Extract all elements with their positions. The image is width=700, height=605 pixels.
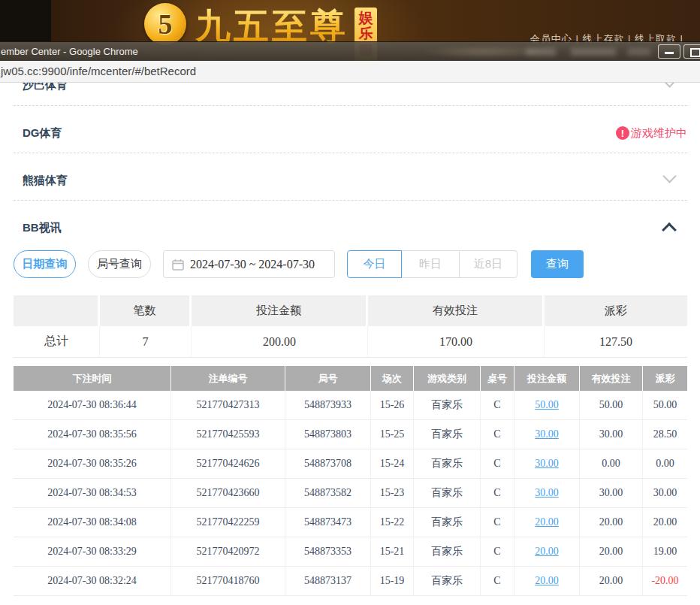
bet-cell: 50.00 bbox=[514, 391, 580, 419]
summary-cell: 170.00 bbox=[368, 326, 545, 357]
bet-cell: 百家乐 bbox=[414, 391, 481, 419]
last8days-button[interactable]: 近8日 bbox=[459, 250, 517, 278]
bet-cell: 20.00 bbox=[580, 537, 643, 566]
accordion-label: BB视讯 bbox=[23, 221, 62, 235]
bet-row: 2024-07-30 08:33:29521770420972548873353… bbox=[14, 537, 687, 567]
bet-cell: 2024-07-30 08:34:53 bbox=[14, 479, 171, 507]
bet-cell: 2024-07-30 08:35:26 bbox=[14, 449, 171, 478]
round-query-tab[interactable]: 局号查询 bbox=[88, 250, 151, 278]
bet-column-header: 注单编号 bbox=[171, 366, 285, 391]
bet-cell: 百家乐 bbox=[414, 508, 481, 537]
date-range-input[interactable]: 2024-07-30 ~ 2024-07-30 bbox=[163, 250, 335, 278]
bet-cell: 15-21 bbox=[371, 537, 414, 566]
today-button[interactable]: 今日 bbox=[347, 250, 402, 278]
bet-cell: 15-26 bbox=[371, 391, 414, 419]
blurred-nav-item bbox=[571, 48, 616, 56]
bet-row: 2024-07-30 08:32:24521770418760548873137… bbox=[14, 567, 687, 596]
bet-amount-link[interactable]: 50.00 bbox=[535, 399, 559, 411]
bet-amount-link[interactable]: 30.00 bbox=[535, 428, 559, 440]
summary-header-cell: 有效投注 bbox=[368, 295, 545, 326]
page-content: 沙巴体育 DG体育 ! 游戏维护中 熊猫体育 BB视讯 日期查询 局号查询 20… bbox=[0, 61, 700, 605]
bet-table-header: 下注时间注单编号局号场次游戏类别桌号投注金额有效投注派彩 bbox=[14, 366, 687, 391]
bet-column-header: 场次 bbox=[371, 366, 414, 391]
bet-cell: 20.00 bbox=[580, 567, 643, 595]
bet-cell: C bbox=[481, 391, 514, 419]
address-bar[interactable]: jw05.cc:9900/infe/mcenter/#/betRecord bbox=[0, 61, 700, 83]
bet-cell: 15-25 bbox=[371, 420, 414, 449]
date-query-tab[interactable]: 日期查询 bbox=[14, 250, 76, 278]
bet-table-body: 2024-07-30 08:36:44521770427313548873933… bbox=[14, 391, 687, 596]
chevron-down-icon bbox=[662, 169, 676, 183]
bet-cell: 15-24 bbox=[371, 449, 414, 478]
maintenance-text: 游戏维护中 bbox=[631, 126, 687, 141]
bet-column-header: 游戏类别 bbox=[414, 366, 481, 391]
summary-header-cell: 派彩 bbox=[545, 295, 687, 326]
bet-amount-link[interactable]: 20.00 bbox=[535, 516, 559, 528]
minimize-button[interactable] bbox=[658, 44, 680, 59]
bet-cell: 百家乐 bbox=[414, 420, 481, 449]
logo-number: 5 bbox=[158, 8, 173, 41]
bet-cell: 548873582 bbox=[285, 479, 371, 507]
bet-cell: 30.00 bbox=[514, 420, 580, 449]
bet-cell: 20.00 bbox=[514, 508, 580, 537]
bet-cell: 521770418760 bbox=[171, 567, 285, 595]
summary-header-cell bbox=[14, 295, 100, 326]
bet-row: 2024-07-30 08:34:53521770423660548873582… bbox=[14, 479, 687, 508]
bet-cell: 百家乐 bbox=[414, 567, 481, 595]
bet-amount-link[interactable]: 30.00 bbox=[535, 487, 559, 499]
bet-cell: 2024-07-30 08:34:08 bbox=[14, 508, 171, 537]
bet-cell: 521770425593 bbox=[171, 420, 285, 449]
summary-header-row: 笔数 投注金额 有效投注 派彩 bbox=[14, 295, 687, 326]
accordion-bb-live[interactable]: BB视讯 bbox=[0, 208, 700, 247]
bet-cell: 0.00 bbox=[580, 449, 643, 478]
bet-amount-link[interactable]: 20.00 bbox=[535, 546, 559, 558]
bet-cell: C bbox=[481, 567, 514, 595]
bet-cell: 30.00 bbox=[514, 449, 580, 478]
minimize-icon bbox=[665, 52, 674, 54]
accordion-panda-sports[interactable]: 熊猫体育 bbox=[0, 161, 700, 200]
window-titlebar: ember Center - Google Chrome bbox=[0, 41, 700, 61]
bet-row: 2024-07-30 08:36:44521770427313548873933… bbox=[14, 391, 687, 420]
bet-cell: 521770427313 bbox=[171, 391, 285, 419]
bet-column-header: 下注时间 bbox=[14, 366, 171, 391]
summary-table: 笔数 投注金额 有效投注 派彩 总计 7 200.00 170.00 127.5… bbox=[14, 295, 687, 358]
bet-cell: 15-19 bbox=[371, 567, 414, 595]
bet-cell: 521770422259 bbox=[171, 508, 285, 537]
maximize-button[interactable] bbox=[683, 44, 700, 59]
bet-cell: -20.00 bbox=[643, 567, 687, 595]
bet-cell: C bbox=[481, 420, 514, 449]
summary-cell: 127.50 bbox=[545, 326, 687, 357]
summary-cell: 7 bbox=[100, 326, 192, 357]
bet-amount-link[interactable]: 20.00 bbox=[535, 575, 559, 587]
bet-cell: 2024-07-30 08:33:29 bbox=[14, 537, 171, 566]
yesterday-button[interactable]: 昨日 bbox=[401, 250, 460, 278]
bet-cell: 548873933 bbox=[285, 391, 371, 419]
bet-cell: 548873708 bbox=[285, 449, 371, 478]
bet-cell: 20.00 bbox=[580, 508, 643, 537]
summary-header-cell: 笔数 bbox=[100, 295, 192, 326]
bet-cell: 30.00 bbox=[580, 420, 643, 449]
window-title: ember Center - Google Chrome bbox=[1, 46, 138, 57]
bet-row: 2024-07-30 08:35:56521770425593548873803… bbox=[14, 420, 687, 449]
bet-cell: 百家乐 bbox=[414, 479, 481, 507]
divider bbox=[14, 200, 687, 201]
bet-cell: 30.00 bbox=[580, 479, 643, 507]
logo-badge-char: 娱 bbox=[359, 10, 373, 26]
bet-column-header: 派彩 bbox=[643, 366, 687, 391]
search-button[interactable]: 查询 bbox=[531, 250, 584, 278]
bet-amount-link[interactable]: 30.00 bbox=[535, 458, 559, 470]
bet-cell: 548873473 bbox=[285, 508, 371, 537]
bet-row: 2024-07-30 08:35:26521770424626548873708… bbox=[14, 449, 687, 479]
bet-cell: 50.00 bbox=[643, 391, 687, 419]
logo-badge-char: 乐 bbox=[359, 26, 373, 41]
bet-cell: 521770420972 bbox=[171, 537, 285, 566]
quick-range-group: 今日 昨日 近8日 bbox=[347, 250, 517, 278]
bet-cell: 百家乐 bbox=[414, 537, 481, 566]
bet-cell: 百家乐 bbox=[414, 449, 481, 478]
bet-cell: 20.00 bbox=[514, 567, 580, 595]
bet-cell: 548873137 bbox=[285, 567, 371, 595]
bet-cell: 15-22 bbox=[371, 508, 414, 537]
bet-cell: 548873353 bbox=[285, 537, 371, 566]
accordion-dg-sports[interactable]: DG体育 ! 游戏维护中 bbox=[0, 113, 700, 153]
bet-cell: 2024-07-30 08:36:44 bbox=[14, 391, 171, 419]
